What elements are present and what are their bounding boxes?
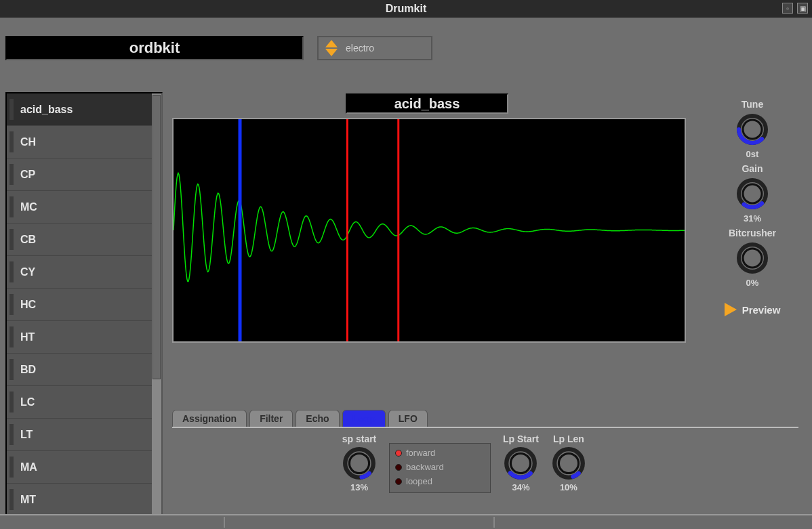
svg-point-7 <box>743 184 762 203</box>
list-item[interactable]: acid_bass <box>7 93 152 126</box>
radio-dot-icon <box>395 464 402 471</box>
window-title: Drumkit <box>386 3 426 15</box>
list-item-label: MA <box>20 461 37 473</box>
list-item[interactable]: CB <box>7 224 152 256</box>
category-up-icon[interactable] <box>325 40 338 47</box>
playmode-option-looped[interactable]: looped <box>395 476 485 486</box>
list-item-label: CY <box>20 266 35 278</box>
list-item-label: CH <box>20 136 36 148</box>
tab-echo[interactable]: Echo <box>296 410 339 427</box>
svg-point-15 <box>559 453 578 473</box>
lp-start-label: Lp Start <box>503 433 539 444</box>
lp-len-label: Lp Len <box>553 433 584 444</box>
bitcrusher-label: Bitcrusher <box>729 228 776 238</box>
list-item-label: acid_bass <box>20 104 73 116</box>
tune-label: Tune <box>742 99 763 110</box>
kit-name-display[interactable]: ordbkit <box>5 36 304 60</box>
tune-knob[interactable] <box>735 112 769 146</box>
svg-point-9 <box>743 249 762 268</box>
category-down-icon[interactable] <box>325 49 338 56</box>
list-item[interactable]: HC <box>7 289 152 321</box>
playmode-label: forward <box>406 448 435 458</box>
sp-start-value: 13% <box>350 482 368 492</box>
list-item-label: CB <box>20 234 36 246</box>
category-label: electro <box>346 43 374 54</box>
gain-knob[interactable] <box>735 177 769 211</box>
list-item[interactable]: CH <box>7 126 152 158</box>
preview-label: Preview <box>742 304 781 316</box>
tab-loop[interactable]: Loop <box>342 410 386 427</box>
waveform-display[interactable] <box>172 118 686 343</box>
title-bar: Drumkit ▫ ▣ <box>0 0 812 18</box>
list-item[interactable]: HT <box>7 321 152 354</box>
bitcrusher-value: 0% <box>746 278 759 288</box>
current-sample-title: acid_bass <box>346 93 508 114</box>
list-item[interactable]: CP <box>7 158 152 191</box>
playmode-label: looped <box>406 476 432 486</box>
list-item[interactable]: BD <box>7 354 152 386</box>
lp-start-knob[interactable] <box>503 446 538 481</box>
lp-len-knob[interactable] <box>551 446 586 481</box>
playmode-option-backward[interactable]: backward <box>395 462 485 472</box>
list-item[interactable]: LT <box>7 419 152 451</box>
status-bar <box>0 514 812 529</box>
bitcrusher-knob[interactable] <box>735 241 769 275</box>
preview-button[interactable]: Preview <box>725 303 781 316</box>
list-item-label: MT <box>20 494 36 506</box>
list-item-label: LT <box>20 429 33 441</box>
tune-value: 0st <box>746 149 759 159</box>
loop-panel: sp start 13% forwardbackwardlooped Lp St… <box>172 433 798 508</box>
list-item-label: CP <box>20 169 35 181</box>
svg-point-13 <box>511 453 531 473</box>
svg-point-11 <box>349 453 369 473</box>
list-item[interactable]: MC <box>7 191 152 224</box>
play-icon <box>725 303 737 316</box>
list-item[interactable]: MT <box>7 484 152 516</box>
lp-start-value: 34% <box>512 482 529 492</box>
radio-dot-icon <box>395 478 402 485</box>
list-item-label: BD <box>20 364 36 376</box>
list-item-label: LC <box>20 396 35 408</box>
list-item[interactable]: CY <box>7 256 152 289</box>
lp-len-value: 10% <box>560 482 577 492</box>
sp-start-knob[interactable] <box>342 446 377 481</box>
tab-lfo[interactable]: LFO <box>388 410 428 427</box>
playmode-option-forward[interactable]: forward <box>395 448 485 458</box>
gain-value: 31% <box>744 213 761 224</box>
sample-list: acid_bassCHCPMCCBCYHCHTBDLCLTMAMT <box>5 92 163 519</box>
playmode-label: backward <box>406 462 444 472</box>
list-item-label: HT <box>20 331 35 343</box>
list-item[interactable]: LC <box>7 386 152 419</box>
tab-filter[interactable]: Filter <box>249 410 293 427</box>
tab-assignation[interactable]: Assignation <box>172 410 247 427</box>
gain-label: Gain <box>742 163 763 174</box>
window-max-icon[interactable]: ▣ <box>797 3 808 14</box>
list-item[interactable]: MA <box>7 451 152 484</box>
tab-bar: AssignationFilterEchoLoopLFO <box>172 410 798 428</box>
sample-list-scrollbar[interactable] <box>152 93 161 517</box>
scrollbar-thumb[interactable] <box>153 95 161 379</box>
playmode-box: forwardbackwardlooped <box>389 443 491 493</box>
sp-start-label: sp start <box>342 433 377 444</box>
list-item-label: MC <box>20 201 37 213</box>
svg-point-5 <box>743 120 762 139</box>
radio-dot-icon <box>395 450 402 457</box>
list-item-label: HC <box>20 299 36 311</box>
window-min-icon[interactable]: ▫ <box>782 3 793 14</box>
category-selector: electro <box>317 36 432 60</box>
